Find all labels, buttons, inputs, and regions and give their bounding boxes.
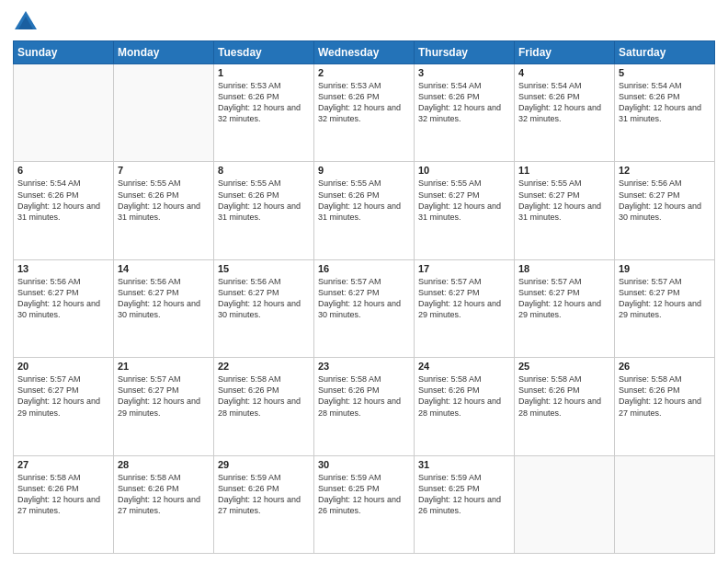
day-number: 24 [418,361,510,372]
day-info: Sunrise: 5:59 AM Sunset: 6:26 PM Dayligh… [218,472,310,517]
logo-icon [13,9,39,35]
calendar-cell: 1Sunrise: 5:53 AM Sunset: 6:26 PM Daylig… [214,64,314,162]
calendar-cell: 12Sunrise: 5:56 AM Sunset: 6:27 PM Dayli… [615,162,715,259]
calendar-cell [615,455,715,553]
calendar-header-sunday: Sunday [14,41,114,64]
calendar-cell: 24Sunrise: 5:58 AM Sunset: 6:26 PM Dayli… [415,358,515,455]
day-number: 11 [518,165,610,176]
day-info: Sunrise: 5:53 AM Sunset: 6:26 PM Dayligh… [318,80,410,125]
day-number: 18 [518,263,610,274]
calendar-header-thursday: Thursday [415,41,515,64]
day-info: Sunrise: 5:57 AM Sunset: 6:27 PM Dayligh… [318,276,410,321]
day-number: 22 [218,361,310,372]
day-number: 31 [418,459,510,470]
calendar-cell: 15Sunrise: 5:56 AM Sunset: 6:27 PM Dayli… [214,259,314,357]
calendar-cell: 4Sunrise: 5:54 AM Sunset: 6:26 PM Daylig… [515,64,615,162]
calendar-cell: 20Sunrise: 5:57 AM Sunset: 6:27 PM Dayli… [14,358,114,455]
day-number: 14 [118,263,210,274]
day-info: Sunrise: 5:58 AM Sunset: 6:26 PM Dayligh… [619,373,711,419]
day-number: 13 [17,263,109,274]
day-number: 3 [418,67,510,78]
calendar-cell: 31Sunrise: 5:59 AM Sunset: 6:25 PM Dayli… [415,455,515,553]
day-number: 10 [418,165,510,176]
calendar-cell: 28Sunrise: 5:58 AM Sunset: 6:26 PM Dayli… [114,455,214,553]
logo [13,9,42,35]
day-info: Sunrise: 5:57 AM Sunset: 6:27 PM Dayligh… [619,276,711,321]
header [13,9,715,35]
day-info: Sunrise: 5:58 AM Sunset: 6:26 PM Dayligh… [318,373,410,419]
calendar-week-4: 20Sunrise: 5:57 AM Sunset: 6:27 PM Dayli… [14,358,715,455]
day-number: 16 [318,263,410,274]
day-info: Sunrise: 5:55 AM Sunset: 6:27 PM Dayligh… [418,178,510,223]
day-info: Sunrise: 5:54 AM Sunset: 6:26 PM Dayligh… [518,80,610,125]
day-info: Sunrise: 5:55 AM Sunset: 6:27 PM Dayligh… [518,178,610,223]
calendar-cell: 14Sunrise: 5:56 AM Sunset: 6:27 PM Dayli… [114,259,214,357]
day-number: 26 [619,361,711,372]
calendar-cell: 22Sunrise: 5:58 AM Sunset: 6:26 PM Dayli… [214,358,314,455]
calendar-week-2: 6Sunrise: 5:54 AM Sunset: 6:26 PM Daylig… [14,162,715,259]
calendar-cell: 17Sunrise: 5:57 AM Sunset: 6:27 PM Dayli… [415,259,515,357]
calendar-week-5: 27Sunrise: 5:58 AM Sunset: 6:26 PM Dayli… [14,455,715,553]
day-number: 2 [318,67,410,78]
day-info: Sunrise: 5:55 AM Sunset: 6:26 PM Dayligh… [318,178,410,223]
calendar-week-1: 1Sunrise: 5:53 AM Sunset: 6:26 PM Daylig… [14,64,715,162]
day-info: Sunrise: 5:58 AM Sunset: 6:26 PM Dayligh… [17,472,109,517]
day-number: 1 [218,67,310,78]
calendar-week-3: 13Sunrise: 5:56 AM Sunset: 6:27 PM Dayli… [14,259,715,357]
day-info: Sunrise: 5:57 AM Sunset: 6:27 PM Dayligh… [518,276,610,321]
day-info: Sunrise: 5:56 AM Sunset: 6:27 PM Dayligh… [118,276,210,321]
calendar-cell [515,455,615,553]
day-number: 9 [318,165,410,176]
day-number: 8 [218,165,310,176]
calendar-cell: 19Sunrise: 5:57 AM Sunset: 6:27 PM Dayli… [615,259,715,357]
calendar-cell: 25Sunrise: 5:58 AM Sunset: 6:26 PM Dayli… [515,358,615,455]
calendar-cell: 5Sunrise: 5:54 AM Sunset: 6:26 PM Daylig… [615,64,715,162]
day-number: 27 [17,459,109,470]
calendar-cell [114,64,214,162]
day-number: 20 [17,361,109,372]
day-number: 25 [518,361,610,372]
day-info: Sunrise: 5:59 AM Sunset: 6:25 PM Dayligh… [418,472,510,517]
day-number: 23 [318,361,410,372]
calendar-cell: 30Sunrise: 5:59 AM Sunset: 6:25 PM Dayli… [314,455,415,553]
calendar-cell: 6Sunrise: 5:54 AM Sunset: 6:26 PM Daylig… [14,162,114,259]
day-number: 15 [218,263,310,274]
day-info: Sunrise: 5:58 AM Sunset: 6:26 PM Dayligh… [418,373,510,419]
day-info: Sunrise: 5:57 AM Sunset: 6:27 PM Dayligh… [418,276,510,321]
day-info: Sunrise: 5:58 AM Sunset: 6:26 PM Dayligh… [118,472,210,517]
day-number: 12 [619,165,711,176]
day-info: Sunrise: 5:57 AM Sunset: 6:27 PM Dayligh… [17,373,109,419]
day-info: Sunrise: 5:53 AM Sunset: 6:26 PM Dayligh… [218,80,310,125]
calendar-header-tuesday: Tuesday [214,41,314,64]
page: SundayMondayTuesdayWednesdayThursdayFrid… [0,0,728,563]
calendar-cell: 2Sunrise: 5:53 AM Sunset: 6:26 PM Daylig… [314,64,415,162]
calendar-header-wednesday: Wednesday [314,41,415,64]
calendar-header-friday: Friday [515,41,615,64]
day-info: Sunrise: 5:55 AM Sunset: 6:26 PM Dayligh… [218,178,310,223]
day-number: 28 [118,459,210,470]
day-number: 21 [118,361,210,372]
calendar-header-row: SundayMondayTuesdayWednesdayThursdayFrid… [14,41,715,64]
calendar-cell: 9Sunrise: 5:55 AM Sunset: 6:26 PM Daylig… [314,162,415,259]
calendar-cell: 11Sunrise: 5:55 AM Sunset: 6:27 PM Dayli… [515,162,615,259]
day-info: Sunrise: 5:58 AM Sunset: 6:26 PM Dayligh… [218,373,310,419]
day-number: 29 [218,459,310,470]
day-info: Sunrise: 5:56 AM Sunset: 6:27 PM Dayligh… [218,276,310,321]
day-info: Sunrise: 5:54 AM Sunset: 6:26 PM Dayligh… [17,178,109,223]
calendar-cell [14,64,114,162]
calendar-cell: 16Sunrise: 5:57 AM Sunset: 6:27 PM Dayli… [314,259,415,357]
calendar-cell: 18Sunrise: 5:57 AM Sunset: 6:27 PM Dayli… [515,259,615,357]
day-number: 19 [619,263,711,274]
calendar-cell: 8Sunrise: 5:55 AM Sunset: 6:26 PM Daylig… [214,162,314,259]
day-number: 6 [17,165,109,176]
day-number: 5 [619,67,711,78]
day-info: Sunrise: 5:59 AM Sunset: 6:25 PM Dayligh… [318,472,410,517]
day-number: 4 [518,67,610,78]
calendar-cell: 21Sunrise: 5:57 AM Sunset: 6:27 PM Dayli… [114,358,214,455]
day-number: 7 [118,165,210,176]
day-number: 17 [418,263,510,274]
day-info: Sunrise: 5:54 AM Sunset: 6:26 PM Dayligh… [619,80,711,125]
day-info: Sunrise: 5:58 AM Sunset: 6:26 PM Dayligh… [518,373,610,419]
calendar-cell: 23Sunrise: 5:58 AM Sunset: 6:26 PM Dayli… [314,358,415,455]
day-number: 30 [318,459,410,470]
